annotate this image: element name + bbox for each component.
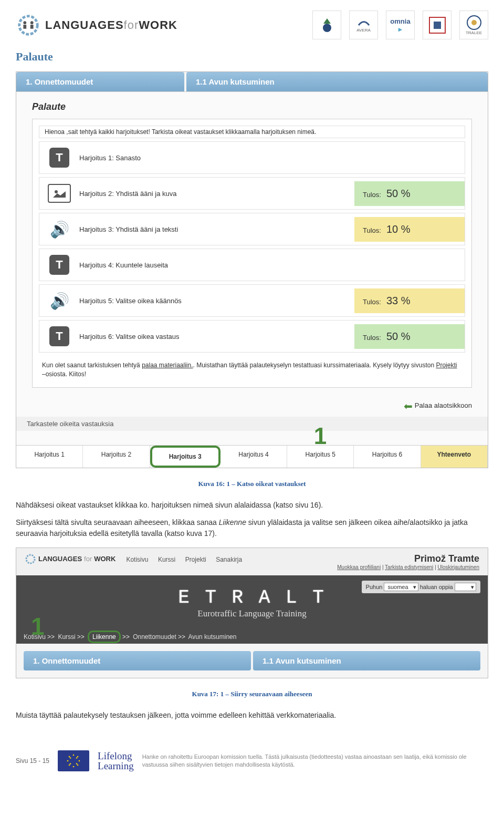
annotation-marker-1: 1	[153, 427, 488, 445]
text-icon: T	[48, 325, 71, 348]
partner-1	[312, 11, 341, 39]
menu-dictionary[interactable]: Sanakirja	[216, 556, 242, 563]
svg-point-13	[73, 754, 75, 756]
exercise-result: Tulos:50 %	[354, 181, 465, 206]
exercise-row-1[interactable]: T Harjoitus 1: Sanasto	[39, 141, 465, 174]
page-number: Sivu 15 - 15	[16, 757, 49, 765]
feedback-intro: Hienoa ,sait tehtyä kaikki harjoitukset!…	[39, 126, 465, 138]
footer-disclaimer: Hanke on rahoitettu Euroopan komission t…	[142, 753, 488, 768]
tab-summary[interactable]: Yhteenveto	[421, 446, 488, 468]
bc-help[interactable]: Avun kutsuminen	[188, 633, 237, 641]
svg-point-0	[19, 16, 38, 34]
svg-point-1	[23, 21, 26, 24]
exercise-row-2[interactable]: Harjoitus 2: Yhdistä ääni ja kuva Tulos:…	[39, 177, 465, 210]
feedback-panel: Hienoa ,sait tehtyä kaikki harjoitukset!…	[32, 119, 472, 388]
image-icon	[48, 182, 71, 205]
gear-people-icon	[16, 13, 41, 38]
exercise-row-4[interactable]: T Harjoitus 4: Kuuntele lauseita	[39, 249, 465, 281]
partner-avera: AVERA	[349, 11, 378, 39]
link-return-material[interactable]: palaa materiaaliin.	[142, 362, 193, 369]
exercise-result: Tulos:10 %	[354, 217, 465, 242]
exercise-label: Harjoitus 3: Yhdistä ääni ja teksti	[79, 218, 354, 241]
exercise-row-6[interactable]: T Harjoitus 6: Valitse oikea vastaus Tul…	[39, 320, 465, 353]
svg-point-3	[30, 21, 34, 24]
logo-text: LANGUAGESforWORK	[45, 18, 177, 32]
user-links: Muokkaa profiiliani | Tarkista edistymis…	[337, 564, 479, 570]
svg-point-17	[69, 756, 70, 757]
answer-tabs: Harjoitus 1 Harjoitus 2 Harjoitus 3 Harj…	[16, 445, 488, 468]
svg-point-22	[70, 757, 71, 759]
select-learn[interactable]	[455, 583, 476, 591]
svg-point-16	[79, 760, 80, 761]
mini-logo: LANGUAGESforWORK	[25, 553, 116, 565]
text-icon: T	[48, 146, 71, 169]
back-link-row: ⬅ Palaa alaotsikkoon	[16, 396, 488, 417]
svg-point-14	[73, 766, 75, 767]
paragraph-2: Siirtyäksesi tältä sivulta seuraavaan ai…	[0, 514, 504, 542]
tab-subtopic-2[interactable]: 1.1 Avun kutsuminen	[253, 651, 480, 670]
gear-people-icon	[25, 553, 36, 565]
top-tabs: 1. Onnettomuudet 1.1 Avun kutsuminen	[16, 72, 488, 92]
svg-rect-2	[23, 25, 26, 29]
hero-subtitle: Eurotraffic Language Training	[16, 608, 488, 619]
tab-topic-2[interactable]: 1. Onnettomuudet	[24, 651, 251, 670]
bc-traffic[interactable]: Liikenne	[88, 631, 121, 643]
paragraph-1: Nähdäksesi oikeat vastaukset klikkaa ko.…	[0, 497, 504, 514]
feedback-heading: Palaute	[16, 92, 488, 119]
user-name: Primož Tramte	[337, 553, 479, 564]
breadcrumb: Kotisivu>> Kurssi>> Liikenne>> Onnettomu…	[24, 633, 236, 641]
svg-point-15	[67, 760, 69, 761]
back-link[interactable]: Palaa alaotsikkoon	[415, 401, 472, 409]
tab-h6[interactable]: Harjoitus 6	[354, 446, 421, 468]
hero-banner: Puhun suomea haluan oppia E T R A L T Eu…	[16, 575, 488, 644]
tab-h4[interactable]: Harjoitus 4	[220, 446, 287, 468]
link-logout[interactable]: Uloskirjautuminen	[438, 564, 479, 570]
svg-point-9	[471, 20, 477, 25]
menu-project[interactable]: Projekti	[185, 556, 206, 563]
text-icon: T	[48, 253, 71, 276]
exercise-label: Harjoitus 6: Valitse oikea vastaus	[79, 325, 354, 348]
exercise-row-5[interactable]: 🔊 Harjoitus 5: Valitse oikea käännös Tul…	[39, 284, 465, 317]
header-logos: LANGUAGESforWORK AVERA omnia▸ TRALEE	[0, 0, 504, 45]
tab-h5[interactable]: Harjoitus 5	[287, 446, 354, 468]
tab-h3[interactable]: Harjoitus 3	[150, 446, 220, 468]
tab-h2[interactable]: Harjoitus 2	[83, 446, 150, 468]
language-selector: Puhun suomea haluan oppia	[362, 581, 480, 593]
partner-omnia: omnia▸	[386, 11, 415, 39]
tab-h1[interactable]: Harjoitus 1	[16, 446, 83, 468]
exercise-label: Harjoitus 4: Kuuntele lauseita	[79, 254, 465, 276]
svg-point-5	[323, 24, 331, 32]
svg-point-23	[76, 763, 78, 765]
main-logo: LANGUAGESforWORK	[16, 13, 177, 38]
bc-course[interactable]: Kurssi	[58, 633, 75, 641]
bc-accidents[interactable]: Onnettomuudet	[133, 633, 176, 641]
select-speak[interactable]: suomea	[384, 583, 418, 591]
figure-caption-16: Kuva 16: 1 – Katso oikeat vastaukset	[0, 473, 504, 497]
exercise-row-3[interactable]: 🔊 Harjoitus 3: Yhdistä ääni ja teksti Tu…	[39, 213, 465, 245]
arrow-left-icon[interactable]: ⬅	[404, 400, 413, 412]
paragraph-3: Muista täyttää palautekysely testauksen …	[0, 707, 504, 724]
exercise-label: Harjoitus 5: Valitse oikea käännös	[79, 290, 354, 312]
svg-point-11	[26, 555, 35, 563]
partner-logos: AVERA omnia▸ TRALEE	[312, 11, 488, 39]
tab-topic[interactable]: 1. Onnettomuudet	[16, 72, 184, 91]
svg-point-19	[69, 764, 70, 766]
svg-point-24	[70, 763, 71, 765]
link-edit-profile[interactable]: Muokkaa profiiliani	[337, 564, 381, 570]
footer: Sivu 15 - 15 LifelongLearning Hanke on r…	[0, 724, 504, 782]
exercise-result: Tulos:33 %	[354, 288, 465, 313]
svg-point-10	[55, 190, 58, 193]
screenshot-feedback: 1. Onnettomuudet 1.1 Avun kutsuminen Pal…	[16, 71, 488, 468]
eu-flag-icon	[58, 750, 89, 771]
section-title: Palaute	[0, 45, 504, 71]
menu-course[interactable]: Kurssi	[158, 556, 175, 563]
link-progress[interactable]: Tarkista edistymiseni	[385, 564, 433, 570]
svg-point-21	[76, 757, 78, 759]
sound-icon: 🔊	[48, 289, 71, 312]
tab-subtopic[interactable]: 1.1 Avun kutsuminen	[186, 72, 488, 91]
link-project[interactable]: Projekti	[436, 362, 457, 369]
menu-home[interactable]: Kotisivu	[126, 556, 148, 563]
bc-home[interactable]: Kotisivu	[24, 633, 46, 641]
sound-icon: 🔊	[48, 218, 71, 241]
exercise-label: Harjoitus 1: Sanasto	[79, 147, 465, 169]
